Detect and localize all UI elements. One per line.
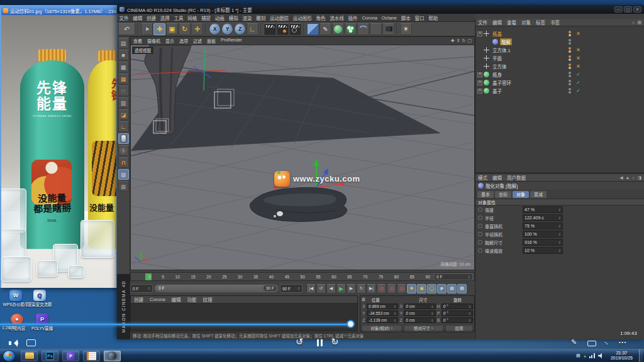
rotation-field[interactable]: 0 °⇕: [441, 310, 473, 316]
keyframe-circle-icon[interactable]: [478, 240, 482, 244]
render-view-icon[interactable]: [264, 23, 276, 35]
goto-end-button[interactable]: ▶|: [367, 284, 376, 293]
visibility-dots[interactable]: [569, 55, 572, 58]
project-settings-button[interactable]: ▤: [457, 284, 467, 293]
back-arrow-icon[interactable]: ◀: [619, 175, 623, 180]
viewport-menu-item[interactable]: 过滤: [191, 38, 204, 44]
desktop-icon[interactable]: Q 渲染室交流群: [25, 290, 54, 307]
annotate-pencil-icon[interactable]: ✎: [571, 338, 577, 346]
keyframe-selection-button[interactable]: ⊙: [397, 284, 406, 293]
viewport-tab[interactable]: 透视视图: [132, 47, 153, 54]
end-frame-field[interactable]: 90 F⇕: [280, 284, 303, 293]
menu-item[interactable]: 编辑: [131, 14, 145, 21]
object-row[interactable]: 瓶身 ✓: [475, 70, 644, 79]
goto-start-button[interactable]: |◀: [306, 284, 316, 293]
object-tag-icon[interactable]: ✓: [576, 79, 580, 87]
om-menu-item[interactable]: 文件: [475, 19, 490, 26]
exit-fullscreen-icon[interactable]: ↔: [604, 339, 610, 346]
current-frame-field[interactable]: 0 F⇕: [434, 273, 473, 280]
am-menu-item[interactable]: 编辑: [490, 174, 504, 181]
desktop-icon[interactable]: P POLYV直播: [28, 314, 57, 331]
key-rotation-button[interactable]: ◯: [427, 284, 436, 293]
position-field[interactable]: 0.869 cm⇕: [367, 304, 398, 309]
z-axis-lock-button[interactable]: Z: [234, 23, 246, 35]
expand-toggle[interactable]: [477, 72, 482, 77]
material-menu-item[interactable]: 编辑: [169, 296, 184, 303]
object-row[interactable]: 立方体 ✕: [475, 62, 644, 70]
move-tool-icon[interactable]: ✚: [153, 23, 165, 35]
y-axis-lock-button[interactable]: Y: [221, 23, 233, 35]
visibility-dots[interactable]: [569, 31, 572, 33]
menu-item[interactable]: 运动跟踪: [268, 14, 291, 21]
next-frame-button[interactable]: ▶: [347, 284, 356, 293]
object-tag-icon[interactable]: ✓: [576, 70, 580, 79]
menu-item[interactable]: 脚本: [399, 14, 413, 21]
viewport-menu-item[interactable]: 摄像机: [145, 38, 163, 44]
snap-workplane-icon[interactable]: ▦: [118, 181, 129, 192]
frame-scrubber[interactable]: 0 F 90 F: [154, 284, 279, 293]
render-region-icon[interactable]: [277, 23, 289, 35]
material-menu-item[interactable]: 创建: [131, 296, 147, 303]
menu-item[interactable]: 选择: [158, 14, 172, 21]
am-menu-item[interactable]: 模式: [475, 174, 490, 181]
viewport-menu-item[interactable]: 查看: [131, 38, 145, 44]
expand-toggle[interactable]: [477, 56, 482, 61]
expand-toggle[interactable]: [477, 31, 482, 36]
position-field[interactable]: -1.139 cm⇕: [367, 317, 398, 323]
om-menu-item[interactable]: 对象: [519, 19, 533, 26]
more-options-icon[interactable]: •••: [619, 339, 627, 345]
rotation-field[interactable]: 0 °⇕: [441, 304, 473, 309]
cloner-icon[interactable]: [345, 23, 357, 35]
pip-panel-icon[interactable]: [587, 341, 596, 346]
am-menu-item[interactable]: 用户数据: [504, 174, 528, 181]
keyframe-circle-icon[interactable]: [478, 224, 482, 228]
property-value-field[interactable]: 47 %⇕: [523, 206, 563, 213]
record-keyframe-button[interactable]: ⊙: [377, 284, 386, 293]
material-menu-item[interactable]: Corona: [147, 297, 169, 302]
size-field[interactable]: 0 cm⇕: [404, 310, 435, 316]
visibility-dots[interactable]: [569, 72, 572, 74]
expand-toggle[interactable]: [477, 48, 482, 53]
menu-item[interactable]: 捕捉: [199, 14, 213, 21]
taskbar-player[interactable]: P: [62, 351, 79, 361]
render-settings-icon[interactable]: [289, 23, 301, 35]
visibility-dots[interactable]: [569, 88, 572, 90]
polygons-mode-icon[interactable]: ◪: [118, 109, 129, 120]
subdivision-surface-icon[interactable]: [332, 23, 344, 35]
texture-mode-icon[interactable]: ▩: [118, 62, 129, 72]
coord-mode-dropdown[interactable]: 对象(相对)▾: [362, 325, 402, 331]
attribute-tab[interactable]: 基本: [477, 191, 494, 198]
material-manager[interactable]: 创建Corona编辑功能纹理: [130, 295, 358, 331]
separator[interactable]: [205, 23, 207, 35]
object-label[interactable]: 瓶身: [491, 71, 503, 78]
solo-single-icon[interactable]: Ⓢ: [118, 145, 129, 156]
maximize-button[interactable]: ▢: [624, 6, 632, 13]
start-button[interactable]: [3, 350, 16, 362]
snap-magnet-icon[interactable]: U: [118, 157, 129, 168]
network-icon[interactable]: [589, 353, 595, 358]
visibility-dots[interactable]: [569, 39, 572, 41]
layer-filter-icon[interactable]: ▤: [637, 20, 641, 25]
expand-toggle[interactable]: [477, 89, 482, 94]
keyframe-circle-icon[interactable]: [478, 248, 482, 253]
zoom-view-icon[interactable]: ⇕: [457, 38, 460, 43]
expand-toggle[interactable]: [486, 40, 491, 45]
pan-view-icon[interactable]: ✚: [451, 38, 455, 43]
rewind-10-button[interactable]: ↺10: [296, 336, 304, 348]
camera-icon[interactable]: [382, 23, 394, 35]
key-pla-button[interactable]: ▦: [447, 284, 457, 293]
show-desktop-button[interactable]: [639, 349, 643, 362]
object-tag-icon[interactable]: ✕: [576, 54, 580, 62]
apply-button[interactable]: 应用: [445, 325, 473, 331]
bend-deformer-icon[interactable]: ⌒: [357, 23, 369, 35]
object-row[interactable]: 盖子 ✓: [475, 87, 644, 95]
menu-item[interactable]: 模拟: [226, 14, 240, 21]
menu-item[interactable]: 插件: [346, 14, 360, 21]
visibility-dots[interactable]: [569, 63, 572, 66]
viewport[interactable]: 查看摄像机显示选项过滤面板ProRender ✚⇕↻▢: [130, 36, 475, 270]
scale-tool-icon[interactable]: ▣: [166, 23, 178, 35]
menu-item[interactable]: 工具: [172, 14, 186, 21]
search-icon[interactable]: ⌕: [632, 20, 635, 25]
rotate-tool-icon[interactable]: ↻: [179, 23, 191, 35]
taskbar-photoshop[interactable]: Ps: [42, 351, 58, 361]
